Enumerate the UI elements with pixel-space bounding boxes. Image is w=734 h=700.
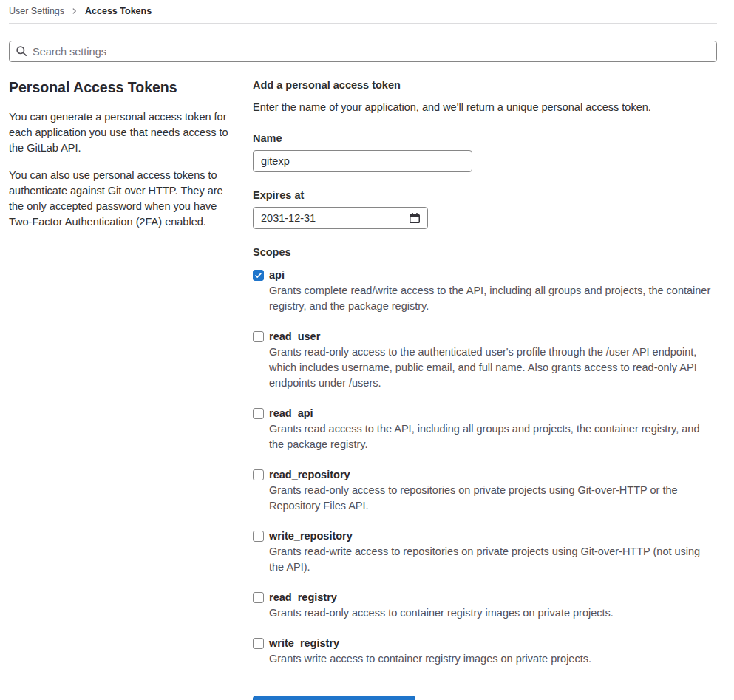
token-form: Add a personal access token Enter the na… [253, 76, 717, 700]
scope-text: write_registry Grants write access to co… [269, 636, 591, 667]
scope-row-read-api: read_api Grants read access to the API, … [253, 406, 717, 452]
scope-read-registry-label[interactable]: read_registry [269, 590, 614, 605]
scope-read-repository-label[interactable]: read_repository [269, 467, 717, 483]
scope-read-repository-description: Grants read-only access to repositories … [269, 483, 717, 514]
scope-read-api-description: Grants read access to the API, including… [269, 421, 717, 452]
section-description-column: Personal Access Tokens You can generate … [9, 76, 235, 700]
section-paragraph-1: You can generate a personal access token… [9, 109, 235, 156]
scope-read-user-description: Grants read-only access to the authentic… [269, 344, 717, 391]
create-token-button[interactable]: Create personal access token [253, 696, 415, 700]
scope-row-read-user: read_user Grants read-only access to the… [253, 329, 717, 391]
scope-api-label[interactable]: api [269, 268, 717, 283]
scope-write-registry-description: Grants write access to container registr… [269, 651, 591, 667]
scope-write-registry-label[interactable]: write_registry [269, 636, 591, 651]
scope-row-write-registry: write_registry Grants write access to co… [253, 636, 717, 667]
search-bar [9, 41, 717, 62]
expires-at-label: Expires at [253, 189, 717, 201]
scope-text: read_api Grants read access to the API, … [269, 406, 717, 452]
scope-api-checkbox[interactable] [253, 270, 264, 281]
scope-row-api: api Grants complete read/write access to… [253, 268, 717, 314]
scope-write-repository-description: Grants read-write access to repositories… [269, 544, 717, 575]
chevron-right-icon [69, 6, 80, 16]
scope-read-registry-checkbox[interactable] [253, 592, 264, 603]
scope-read-api-label[interactable]: read_api [269, 406, 717, 421]
scope-read-repository-checkbox[interactable] [253, 469, 264, 480]
scope-read-user-checkbox[interactable] [253, 331, 264, 342]
breadcrumb-user-settings-link[interactable]: User Settings [9, 6, 64, 16]
scope-write-registry-checkbox[interactable] [253, 638, 264, 649]
scope-row-read-repository: read_repository Grants read-only access … [253, 467, 717, 514]
page-title: Personal Access Tokens [9, 78, 235, 97]
scope-row-read-registry: read_registry Grants read-only access to… [253, 590, 717, 621]
breadcrumb-access-tokens: Access Tokens [85, 6, 152, 16]
scope-read-registry-description: Grants read-only access to container reg… [269, 605, 614, 621]
token-name-input[interactable] [253, 150, 472, 172]
scope-read-api-checkbox[interactable] [253, 408, 264, 419]
scope-write-repository-checkbox[interactable] [253, 531, 264, 542]
content: Personal Access Tokens You can generate … [9, 76, 717, 700]
expires-at-field [253, 207, 428, 229]
form-title: Add a personal access token [253, 78, 717, 93]
breadcrumb: User Settings Access Tokens [9, 0, 717, 23]
expires-at-input[interactable] [253, 207, 428, 229]
search-input[interactable] [9, 41, 717, 62]
form-description: Enter the name of your application, and … [253, 100, 717, 115]
settings-page: User Settings Access Tokens Personal Acc… [0, 0, 734, 700]
scope-read-user-label[interactable]: read_user [269, 329, 717, 344]
name-label: Name [253, 132, 717, 144]
calendar-icon[interactable] [409, 212, 421, 224]
scope-text: read_repository Grants read-only access … [269, 467, 717, 514]
scope-write-repository-label[interactable]: write_repository [269, 529, 717, 544]
header-divider [9, 23, 717, 24]
scope-row-write-repository: write_repository Grants read-write acces… [253, 529, 717, 575]
scope-text: read_user Grants read-only access to the… [269, 329, 717, 391]
scope-text: api Grants complete read/write access to… [269, 268, 717, 314]
scope-api-description: Grants complete read/write access to the… [269, 283, 717, 314]
scope-text: read_registry Grants read-only access to… [269, 590, 614, 621]
scopes-label: Scopes [253, 246, 717, 258]
section-paragraph-2: You can also use personal access tokens … [9, 168, 235, 230]
check-icon [254, 271, 262, 279]
scope-text: write_repository Grants read-write acces… [269, 529, 717, 575]
